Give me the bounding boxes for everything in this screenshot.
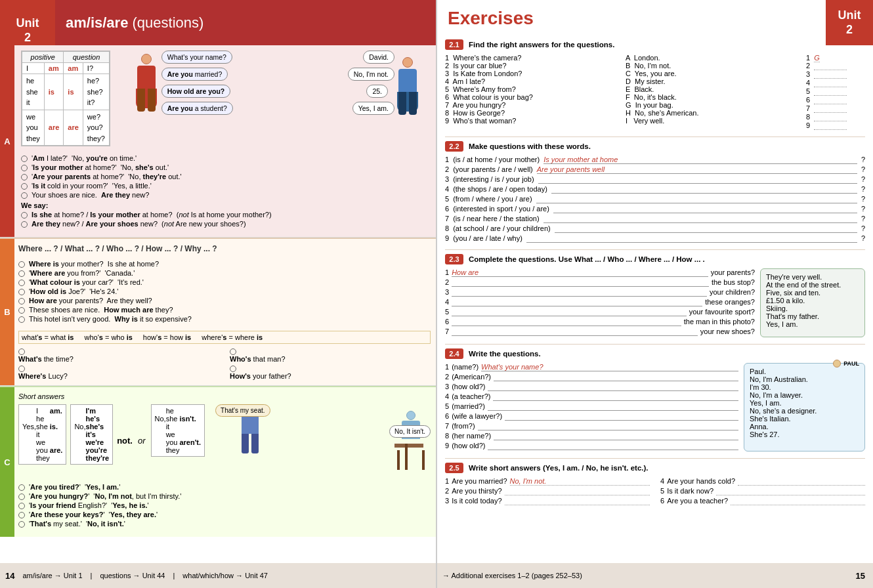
ex-2-2-item-6: 6 (interested in sport / you / are) ? (445, 205, 865, 213)
ex-2-4-item-7: 7 (from?) (445, 422, 738, 430)
ex-2-1-answers: A London. B No, I'm not. C Yes, you are.… (626, 54, 801, 130)
bullet-4 (21, 183, 28, 190)
ex-2-5-left: 1 Are you married? No, I'm not. 2 Are yo… (445, 477, 650, 507)
unit-label-left: Unit (16, 16, 39, 31)
section-a-note-3: 'Are your parents at home?' 'No, they're… (21, 173, 431, 180)
ex-2-3-content: 1 How are your parents? 2 the bus stop? … (445, 268, 865, 337)
fill-item: 1 G (806, 54, 865, 62)
ex-2-4-item-3: 3 (how old?) (445, 383, 738, 391)
ex-2-3-responses: They're very well. At the end of the str… (760, 268, 865, 337)
paul-response: She's 27. (750, 430, 859, 438)
ex-2-2-header: 2.2 Make questions with these words. (445, 141, 865, 152)
exercises-content: 2.1 Find the right answers for the quest… (445, 39, 865, 563)
bubble-david: David. (363, 51, 394, 64)
section-a-wesay-1: Is she at home? / Is your mother at home… (21, 211, 431, 219)
bubble-no-im-not: No, I'm not. (348, 68, 394, 81)
a-item: H No, she's American. (626, 109, 801, 117)
a-item: G In your bag. (626, 101, 801, 109)
b-cbullet-2 (18, 366, 25, 372)
q-item: 7 Are you hungry? (445, 101, 620, 109)
ex-2-5-header: 2.5 Write short answers (Yes, I am. / No… (445, 463, 865, 473)
q-pronouns-we: we?you?they? (83, 110, 109, 146)
ex-2-4-instruction: Write the questions. (469, 350, 541, 358)
section-a-note-4: 'Is it cold in your room?' 'Yes, a littl… (21, 182, 431, 190)
b-cbullet-4 (230, 366, 236, 372)
bubble-yes-iam: Yes, I am. (352, 102, 394, 115)
bottom-link-3: what/which/how → Unit 47 (182, 572, 268, 579)
b-bullet-3 (18, 280, 25, 286)
b-bullet-6 (18, 307, 25, 314)
or-label: or (138, 436, 146, 446)
paul-response: No, I'm Australian. (750, 375, 859, 383)
ex-2-4-header: 2.4 Write the questions. (445, 348, 865, 359)
q-verb-is: is (64, 74, 83, 110)
section-a-label: A (0, 45, 14, 237)
a-item: E Black. (626, 85, 801, 93)
c-note-3: 'Is your friend English?' 'Yes, he is.' (18, 501, 431, 509)
ex-2-1-instruction: Find the right answers for the questions… (469, 41, 614, 49)
ex-2-2-items: 1 (is / at home / your mother) Is your m… (445, 156, 865, 243)
ex-2-4-paul-box: PAUL Paul. No, I'm Australian. I'm 30. N… (744, 363, 865, 452)
fill-item: 6 (806, 96, 865, 104)
verb-am: am (44, 63, 64, 74)
ex-2-4-item-8: 8 (her name?) (445, 432, 738, 440)
ex-2-3-item-7: 7 your new shoes? (445, 327, 755, 336)
pronoun-he-she-it: hesheit (22, 74, 45, 110)
response: At the end of the street. (766, 281, 859, 289)
c-bullet-5 (18, 521, 25, 528)
paul-response: I'm 30. (750, 383, 859, 391)
fill-item: 2 (806, 62, 865, 70)
ex-2-5-item-5: 5 Is it dark now? (660, 487, 865, 495)
short-answers-header: Short answers (18, 392, 431, 400)
no-table-1: I'm he's No,she's it's we're you're they… (70, 404, 113, 465)
ex-2-3-item-6: 6 the man in this photo? (445, 318, 755, 326)
ex-2-2-item-4: 4 (the shops / are / open today) ? (445, 185, 865, 194)
b-note-5: How are your parents? Are they well? (18, 297, 431, 304)
response: £1.50 a kilo. (766, 297, 859, 304)
q-item: 2 Is your car blue? (445, 62, 620, 70)
exercise-2-4: 2.4 Write the questions. 1 (name?) What'… (445, 344, 865, 452)
question-header: question (64, 52, 109, 63)
c-bullet-1 (18, 484, 25, 491)
section-b: B Where ... ? / What ... ? / Who ... ? /… (0, 238, 436, 386)
section-a: A positive question I (0, 45, 436, 238)
c-bullet-4 (18, 512, 25, 518)
ex-num-2-3: 2.3 (445, 254, 463, 264)
ex-2-2-item-8: 8 (at school / are / your children) ? (445, 224, 865, 233)
a-item: A London. (626, 54, 801, 62)
q-item: 8 How is George? (445, 109, 620, 117)
b-contr-3: Who's that man? (230, 347, 431, 363)
fill-item: 4 (806, 79, 865, 87)
ex-2-5-right: 4 Are your hands cold? 5 Is it dark now?… (660, 477, 865, 507)
c-bullet-2 (18, 494, 25, 500)
q-item: 6 What colour is your bag? (445, 93, 620, 101)
fill-item: 5 (806, 87, 865, 96)
ex-2-3-item-5: 5 your favourite sport? (445, 308, 755, 316)
exercises-title: Exercises (448, 8, 534, 29)
ex-2-4-item-4: 4 (a teacher?) (445, 392, 738, 401)
c-note-2: 'Are you hungry?' 'No, I'm not, but I'm … (18, 492, 431, 500)
ex-num-2-2: 2.2 (445, 141, 463, 152)
ex-2-5-item-1: 1 Are you married? No, I'm not. (445, 477, 650, 486)
ex-2-3-item-2: 2 the bus stop? (445, 278, 755, 287)
a-item: B No, I'm not. (626, 62, 801, 70)
b-note-2: 'Where are you from?' 'Canada.' (18, 269, 431, 277)
right-page: Exercises Unit 2 2.1 Find the right answ… (437, 0, 873, 588)
b-note-6: These shoes are nice. How much are they? (18, 306, 431, 314)
ex-2-4-item-1: 1 (name?) What's your name? (445, 363, 738, 371)
section-c-label: C (0, 387, 14, 537)
positive-header: positive (22, 52, 64, 63)
seat-bubble-2: No, It isn't. (389, 425, 431, 438)
b-cbullet-1 (18, 348, 25, 355)
ex-2-2-item-2: 2 (your parents / are / well) Are your p… (445, 165, 865, 174)
section-c: C Short answers Iam. he Yes,sheis. it we… (0, 386, 436, 537)
paul-response: Anna. (750, 423, 859, 430)
b-contr-1: What's the time? (18, 347, 219, 363)
paul-response: No, she's a designer. (750, 407, 859, 415)
bubble-how-old: How old are you? (161, 85, 231, 98)
paul-label: PAUL (843, 360, 859, 367)
bubble-married: Are you married? (161, 68, 228, 81)
contractions-row: what's = what is who's = who is how's = … (18, 331, 431, 344)
fill-item: 7 (806, 104, 865, 113)
bullet-2 (21, 165, 28, 171)
